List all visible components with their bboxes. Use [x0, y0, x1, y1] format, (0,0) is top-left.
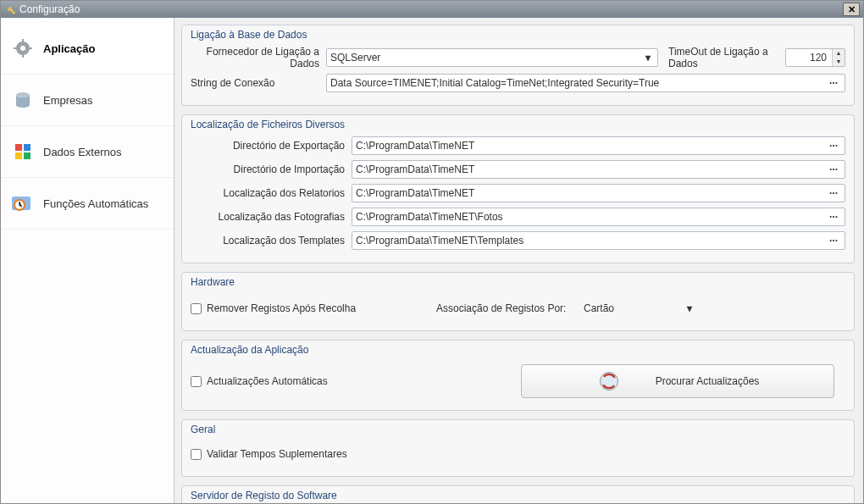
assoc-dropdown[interactable]: Cartão ▾	[580, 299, 699, 318]
sidebar-item-label: Funções Automáticas	[43, 197, 148, 210]
group-hardware: Hardware Remover Registos Após Recolha A…	[181, 272, 855, 331]
remove-records-checkbox[interactable]	[191, 303, 202, 314]
label-connstr: String de Conexão	[191, 77, 326, 89]
clock-folder-icon	[11, 193, 35, 213]
group-database: Ligação à Base de Dados Fornecedor de Li…	[181, 25, 855, 106]
main-panel: Ligação à Base de Dados Fornecedor de Li…	[174, 18, 863, 503]
export-dir-input[interactable]: C:\ProgramData\TimeNET ···	[352, 136, 845, 155]
group-updates: Actualização da Aplicação Actualizações …	[181, 340, 855, 411]
reports-dir-input[interactable]: C:\ProgramData\TimeNET ···	[352, 184, 845, 202]
svg-rect-4	[14, 47, 17, 49]
label-provider: Fornecedor de Ligação a Dados	[191, 46, 326, 69]
group-title: Geral	[191, 424, 215, 435]
check-updates-button[interactable]: Procurar Actualizações	[521, 364, 834, 398]
close-icon: ✕	[848, 4, 856, 15]
validate-times-checkbox[interactable]	[191, 449, 202, 460]
label-photos-dir: Localização das Fotografias	[191, 211, 352, 223]
sidebar-item-dados-externos[interactable]: Dados Externos	[1, 126, 174, 178]
connstr-input[interactable]: Data Source=TIMENET;Initial Catalog=Time…	[326, 74, 845, 92]
sidebar-item-label: Empresas	[43, 94, 93, 107]
globe-refresh-icon	[596, 368, 622, 394]
titlebar: Configuração ✕	[1, 1, 863, 18]
timeout-spinner[interactable]: 120 ▴ ▾	[785, 48, 845, 67]
spin-up-icon[interactable]: ▴	[833, 49, 845, 58]
templates-dir-input[interactable]: C:\ProgramData\TimeNET\Templates ···	[352, 231, 845, 250]
sidebar-item-aplicacao[interactable]: Aplicação	[1, 23, 174, 75]
label-export-dir: Directório de Exportação	[191, 140, 352, 152]
ellipsis-icon[interactable]: ···	[826, 187, 841, 199]
ellipsis-icon[interactable]: ···	[826, 235, 841, 246]
label-templates-dir: Localização dos Templates	[191, 235, 352, 246]
validate-times-label: Validar Tempos Suplementares	[207, 448, 347, 460]
group-title: Localização de Ficheiros Diversos	[191, 119, 345, 130]
sidebar-item-empresas[interactable]: Empresas	[1, 75, 174, 126]
close-button[interactable]: ✕	[843, 3, 860, 16]
group-title: Servidor de Registo do Software	[191, 490, 337, 501]
group-regserver: Servidor de Registo do Software Endereço…	[181, 485, 855, 503]
group-title: Ligação à Base de Dados	[191, 29, 307, 41]
config-window: Configuração ✕ Aplicação Empresas	[0, 0, 864, 504]
ellipsis-icon[interactable]: ···	[826, 163, 841, 175]
spin-down-icon[interactable]: ▾	[833, 58, 845, 66]
label-timeout: TimeOut de Ligação a Dados	[658, 46, 785, 69]
chevron-down-icon: ▾	[684, 302, 695, 314]
svg-rect-2	[22, 39, 24, 42]
sidebar-item-funcoes-automaticas[interactable]: Funções Automáticas	[1, 178, 174, 230]
wrench-icon	[4, 3, 16, 15]
auto-updates-checkbox[interactable]	[191, 376, 202, 387]
group-title: Actualização da Aplicação	[191, 344, 308, 356]
ellipsis-icon[interactable]: ···	[826, 211, 841, 223]
import-dir-input[interactable]: C:\ProgramData\TimeNET ···	[352, 160, 845, 179]
gear-icon	[11, 38, 35, 58]
database-icon	[11, 90, 35, 110]
sidebar: Aplicação Empresas Dados Externos Funçõe…	[1, 18, 174, 503]
label-assoc: Associação de Registos Por:	[436, 302, 580, 314]
ellipsis-icon[interactable]: ···	[826, 77, 841, 89]
check-updates-label: Procurar Actualizações	[656, 375, 760, 387]
group-general: Geral Validar Tempos Suplementares	[181, 419, 855, 477]
puzzle-icon	[11, 141, 35, 162]
label-reports-dir: Localização dos Relatorios	[191, 187, 352, 199]
chevron-down-icon: ▾	[642, 52, 654, 64]
sidebar-item-label: Aplicação	[43, 42, 95, 55]
svg-point-6	[16, 92, 30, 97]
svg-rect-3	[22, 54, 24, 58]
sidebar-item-label: Dados Externos	[43, 146, 122, 158]
group-title: Hardware	[191, 276, 235, 288]
provider-dropdown[interactable]: SQLServer ▾	[326, 48, 658, 67]
auto-updates-label: Actualizações Automáticas	[207, 375, 328, 387]
svg-point-1	[20, 46, 25, 51]
window-title: Configuração	[19, 3, 80, 15]
label-import-dir: Directório de Importação	[191, 163, 352, 175]
photos-dir-input[interactable]: C:\ProgramData\TimeNET\Fotos ···	[352, 208, 845, 226]
group-files: Localização de Ficheiros Diversos Direct…	[181, 114, 855, 263]
remove-records-label: Remover Registos Após Recolha	[207, 302, 356, 314]
ellipsis-icon[interactable]: ···	[826, 140, 841, 152]
svg-rect-5	[29, 47, 32, 49]
